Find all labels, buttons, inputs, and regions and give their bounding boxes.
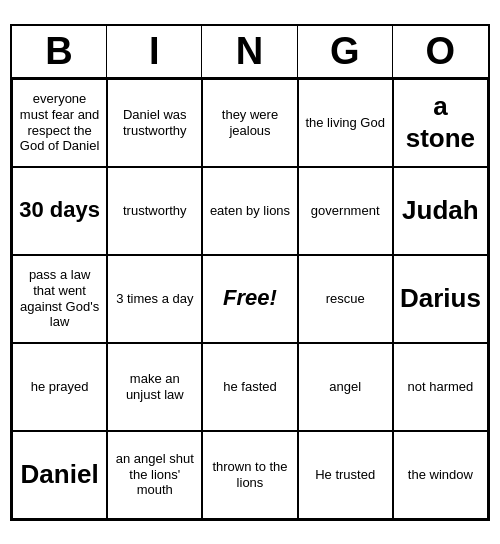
bingo-cell: not harmed xyxy=(393,343,488,431)
bingo-cell: Darius xyxy=(393,255,488,343)
bingo-cell: thrown to the lions xyxy=(202,431,297,519)
bingo-cell: the window xyxy=(393,431,488,519)
bingo-cell: Daniel xyxy=(12,431,107,519)
bingo-cell: 30 days xyxy=(12,167,107,255)
bingo-cell: pass a law that went against God's law xyxy=(12,255,107,343)
bingo-cell: he fasted xyxy=(202,343,297,431)
bingo-cell: trustworthy xyxy=(107,167,202,255)
bingo-cell: government xyxy=(298,167,393,255)
bingo-cell: angel xyxy=(298,343,393,431)
bingo-cell: a stone xyxy=(393,79,488,167)
header-letter: G xyxy=(298,26,393,77)
bingo-cell: everyone must fear and respect the God o… xyxy=(12,79,107,167)
header-letter: O xyxy=(393,26,488,77)
bingo-cell: rescue xyxy=(298,255,393,343)
bingo-grid: everyone must fear and respect the God o… xyxy=(12,79,488,519)
bingo-cell: Daniel was trustworthy xyxy=(107,79,202,167)
bingo-cell: Judah xyxy=(393,167,488,255)
bingo-cell: eaten by lions xyxy=(202,167,297,255)
bingo-cell: they were jealous xyxy=(202,79,297,167)
bingo-cell: make an unjust law xyxy=(107,343,202,431)
header-letter: B xyxy=(12,26,107,77)
bingo-cell: the living God xyxy=(298,79,393,167)
bingo-header: BINGO xyxy=(12,26,488,79)
header-letter: N xyxy=(202,26,297,77)
bingo-cell: an angel shut the lions' mouth xyxy=(107,431,202,519)
bingo-card: BINGO everyone must fear and respect the… xyxy=(10,24,490,521)
bingo-cell: He trusted xyxy=(298,431,393,519)
bingo-cell: Free! xyxy=(202,255,297,343)
bingo-cell: 3 times a day xyxy=(107,255,202,343)
header-letter: I xyxy=(107,26,202,77)
bingo-cell: he prayed xyxy=(12,343,107,431)
